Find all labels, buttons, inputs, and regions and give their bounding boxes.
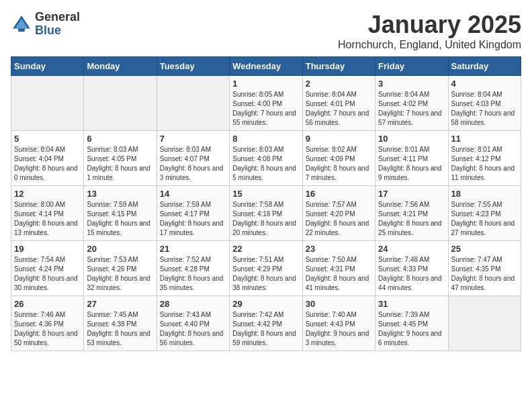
week-row-1: 1Sunrise: 8:05 AM Sunset: 4:00 PM Daylig… <box>11 76 521 131</box>
calendar-cell: 20Sunrise: 7:53 AM Sunset: 4:26 PM Dayli… <box>84 241 157 296</box>
logo-blue-text: Blue <box>35 24 80 38</box>
day-number: 18 <box>451 189 518 199</box>
cell-content: Sunrise: 7:59 AM Sunset: 4:17 PM Dayligh… <box>160 200 226 238</box>
day-number: 5 <box>14 134 81 144</box>
calendar-cell: 14Sunrise: 7:59 AM Sunset: 4:17 PM Dayli… <box>157 186 229 241</box>
cell-content: Sunrise: 7:59 AM Sunset: 4:15 PM Dayligh… <box>87 200 153 238</box>
calendar-cell: 8Sunrise: 8:03 AM Sunset: 4:08 PM Daylig… <box>230 131 302 186</box>
calendar-cell: 22Sunrise: 7:51 AM Sunset: 4:29 PM Dayli… <box>230 241 302 296</box>
day-number: 16 <box>306 189 372 199</box>
calendar-cell: 12Sunrise: 8:00 AM Sunset: 4:14 PM Dayli… <box>11 186 84 241</box>
calendar-cell: 11Sunrise: 8:01 AM Sunset: 4:12 PM Dayli… <box>448 131 521 186</box>
title-area: January 2025 Hornchurch, England, United… <box>338 11 521 51</box>
day-number: 31 <box>378 299 445 309</box>
cell-content: Sunrise: 7:51 AM Sunset: 4:29 PM Dayligh… <box>232 255 299 293</box>
day-header-friday: Friday <box>375 57 448 76</box>
day-number: 29 <box>232 299 299 309</box>
calendar-cell <box>157 76 229 131</box>
day-number: 27 <box>87 299 153 309</box>
day-header-thursday: Thursday <box>302 57 375 76</box>
calendar-cell: 18Sunrise: 7:55 AM Sunset: 4:23 PM Dayli… <box>448 186 521 241</box>
cell-content: Sunrise: 8:04 AM Sunset: 4:04 PM Dayligh… <box>14 145 81 183</box>
logo-general-text: General <box>35 11 80 24</box>
calendar-cell <box>448 296 521 351</box>
calendar-cell: 7Sunrise: 8:03 AM Sunset: 4:07 PM Daylig… <box>157 131 229 186</box>
calendar-cell: 17Sunrise: 7:56 AM Sunset: 4:21 PM Dayli… <box>375 186 448 241</box>
day-number: 3 <box>378 79 445 89</box>
cell-content: Sunrise: 7:48 AM Sunset: 4:33 PM Dayligh… <box>378 255 445 293</box>
cell-content: Sunrise: 7:50 AM Sunset: 4:31 PM Dayligh… <box>306 255 372 293</box>
day-header-wednesday: Wednesday <box>230 57 302 76</box>
day-number: 10 <box>378 134 445 144</box>
cell-content: Sunrise: 7:58 AM Sunset: 4:18 PM Dayligh… <box>232 200 299 238</box>
day-header-saturday: Saturday <box>448 57 521 76</box>
cell-content: Sunrise: 7:47 AM Sunset: 4:35 PM Dayligh… <box>451 255 518 293</box>
calendar-cell: 23Sunrise: 7:50 AM Sunset: 4:31 PM Dayli… <box>302 241 375 296</box>
header-row: SundayMondayTuesdayWednesdayThursdayFrid… <box>11 57 521 76</box>
day-number: 6 <box>87 134 153 144</box>
week-row-4: 19Sunrise: 7:54 AM Sunset: 4:24 PM Dayli… <box>11 241 521 296</box>
calendar-cell: 30Sunrise: 7:40 AM Sunset: 4:43 PM Dayli… <box>302 296 375 351</box>
calendar-cell: 5Sunrise: 8:04 AM Sunset: 4:04 PM Daylig… <box>11 131 84 186</box>
week-row-2: 5Sunrise: 8:04 AM Sunset: 4:04 PM Daylig… <box>11 131 521 186</box>
svg-rect-2 <box>18 28 25 32</box>
cell-content: Sunrise: 8:03 AM Sunset: 4:07 PM Dayligh… <box>160 145 226 183</box>
cell-content: Sunrise: 8:04 AM Sunset: 4:03 PM Dayligh… <box>451 90 518 128</box>
day-number: 30 <box>306 299 372 309</box>
logo-icon <box>11 13 32 35</box>
day-number: 17 <box>378 189 445 199</box>
calendar-cell: 9Sunrise: 8:02 AM Sunset: 4:09 PM Daylig… <box>302 131 375 186</box>
cell-content: Sunrise: 7:42 AM Sunset: 4:42 PM Dayligh… <box>232 310 299 348</box>
day-number: 25 <box>451 244 518 254</box>
calendar-cell: 21Sunrise: 7:52 AM Sunset: 4:28 PM Dayli… <box>157 241 229 296</box>
day-number: 13 <box>87 189 153 199</box>
week-row-5: 26Sunrise: 7:46 AM Sunset: 4:36 PM Dayli… <box>11 296 521 351</box>
day-number: 26 <box>14 299 81 309</box>
day-number: 15 <box>232 189 299 199</box>
calendar-cell: 24Sunrise: 7:48 AM Sunset: 4:33 PM Dayli… <box>375 241 448 296</box>
day-number: 7 <box>160 134 226 144</box>
calendar-cell: 4Sunrise: 8:04 AM Sunset: 4:03 PM Daylig… <box>448 76 521 131</box>
cell-content: Sunrise: 7:54 AM Sunset: 4:24 PM Dayligh… <box>14 255 81 293</box>
logo-text: General Blue <box>35 11 80 38</box>
cell-content: Sunrise: 8:03 AM Sunset: 4:08 PM Dayligh… <box>232 145 299 183</box>
cell-content: Sunrise: 7:46 AM Sunset: 4:36 PM Dayligh… <box>14 310 81 348</box>
calendar-table: SundayMondayTuesdayWednesdayThursdayFrid… <box>11 56 521 351</box>
location-text: Hornchurch, England, United Kingdom <box>338 39 521 51</box>
calendar-cell: 31Sunrise: 7:39 AM Sunset: 4:45 PM Dayli… <box>375 296 448 351</box>
day-header-sunday: Sunday <box>11 57 84 76</box>
day-number: 11 <box>451 134 518 144</box>
cell-content: Sunrise: 7:55 AM Sunset: 4:23 PM Dayligh… <box>451 200 518 238</box>
calendar-cell: 2Sunrise: 8:04 AM Sunset: 4:01 PM Daylig… <box>302 76 375 131</box>
day-number: 24 <box>378 244 445 254</box>
cell-content: Sunrise: 7:52 AM Sunset: 4:28 PM Dayligh… <box>160 255 226 293</box>
calendar-cell: 19Sunrise: 7:54 AM Sunset: 4:24 PM Dayli… <box>11 241 84 296</box>
cell-content: Sunrise: 8:05 AM Sunset: 4:00 PM Dayligh… <box>232 90 299 128</box>
day-number: 23 <box>306 244 372 254</box>
month-title: January 2025 <box>338 11 521 39</box>
calendar-cell <box>84 76 157 131</box>
week-row-3: 12Sunrise: 8:00 AM Sunset: 4:14 PM Dayli… <box>11 186 521 241</box>
day-number: 2 <box>306 79 372 89</box>
calendar-cell <box>11 76 84 131</box>
day-number: 4 <box>451 79 518 89</box>
calendar-cell: 28Sunrise: 7:43 AM Sunset: 4:40 PM Dayli… <box>157 296 229 351</box>
day-number: 20 <box>87 244 153 254</box>
cell-content: Sunrise: 7:43 AM Sunset: 4:40 PM Dayligh… <box>160 310 226 348</box>
calendar-cell: 10Sunrise: 8:01 AM Sunset: 4:11 PM Dayli… <box>375 131 448 186</box>
calendar-cell: 27Sunrise: 7:45 AM Sunset: 4:38 PM Dayli… <box>84 296 157 351</box>
day-header-tuesday: Tuesday <box>157 57 229 76</box>
calendar-cell: 16Sunrise: 7:57 AM Sunset: 4:20 PM Dayli… <box>302 186 375 241</box>
day-header-monday: Monday <box>84 57 157 76</box>
cell-content: Sunrise: 8:03 AM Sunset: 4:05 PM Dayligh… <box>87 145 153 183</box>
day-number: 14 <box>160 189 226 199</box>
cell-content: Sunrise: 8:04 AM Sunset: 4:01 PM Dayligh… <box>306 90 372 128</box>
logo: General Blue <box>11 11 80 38</box>
cell-content: Sunrise: 8:02 AM Sunset: 4:09 PM Dayligh… <box>306 145 372 183</box>
day-number: 9 <box>306 134 372 144</box>
cell-content: Sunrise: 7:56 AM Sunset: 4:21 PM Dayligh… <box>378 200 445 238</box>
calendar-cell: 29Sunrise: 7:42 AM Sunset: 4:42 PM Dayli… <box>230 296 302 351</box>
cell-content: Sunrise: 8:01 AM Sunset: 4:11 PM Dayligh… <box>378 145 445 183</box>
cell-content: Sunrise: 8:04 AM Sunset: 4:02 PM Dayligh… <box>378 90 445 128</box>
calendar-cell: 26Sunrise: 7:46 AM Sunset: 4:36 PM Dayli… <box>11 296 84 351</box>
